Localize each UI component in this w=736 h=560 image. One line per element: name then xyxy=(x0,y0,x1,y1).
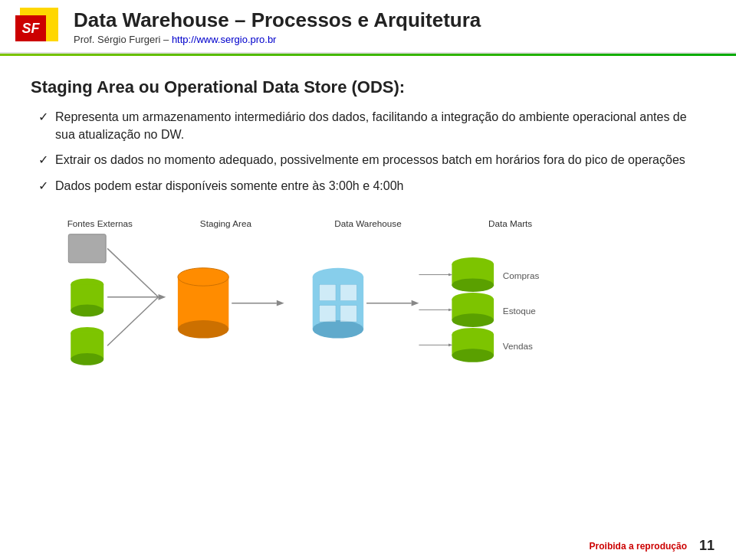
svg-point-36 xyxy=(452,313,494,327)
svg-text:Compras: Compras xyxy=(503,270,540,280)
footer: Proibida a reprodução 11 xyxy=(590,538,715,554)
svg-marker-14 xyxy=(159,294,166,300)
svg-point-32 xyxy=(452,278,494,292)
svg-point-10 xyxy=(71,353,104,365)
page-title: Data Warehouse – Processos e Arquitetura xyxy=(74,8,481,32)
copyright-text: Proibida a reprodução xyxy=(590,541,687,552)
svg-line-13 xyxy=(107,297,158,345)
subtitle: Prof. Sérgio Furgeri – http://www.sergio… xyxy=(74,34,481,45)
list-item: Extrair os dados no momento adequado, po… xyxy=(38,151,705,169)
svg-text:Staging Area: Staging Area xyxy=(200,218,252,228)
svg-text:Data Warehouse: Data Warehouse xyxy=(334,218,402,228)
header-titles: Data Warehouse – Processos e Arquitetura… xyxy=(74,8,481,45)
section-title: Staging Area ou Operational Data Store (… xyxy=(31,77,705,97)
subtitle-text: Prof. Sérgio Furgeri – xyxy=(74,34,172,45)
svg-text:Vendas: Vendas xyxy=(503,341,533,351)
bullet-list: Representa um armazenamento intermediári… xyxy=(38,108,705,195)
svg-text:Data Marts: Data Marts xyxy=(488,218,532,228)
svg-text:Estoque: Estoque xyxy=(503,306,536,316)
svg-marker-20 xyxy=(277,300,284,306)
logo-red-bg: SF xyxy=(15,15,46,41)
svg-rect-25 xyxy=(340,284,356,300)
svg-point-7 xyxy=(71,304,104,316)
main-content: Staging Area ou Operational Data Store (… xyxy=(0,56,736,380)
svg-marker-29 xyxy=(412,300,419,306)
logo-sf: SF xyxy=(15,8,58,46)
logo-container: SF xyxy=(15,8,58,46)
svg-text:Fontes Externas: Fontes Externas xyxy=(67,218,133,228)
subtitle-link[interactable]: http://www.sergio.pro.br xyxy=(172,34,277,45)
svg-point-23 xyxy=(313,320,363,338)
header: SF Data Warehouse – Processos e Arquitet… xyxy=(0,0,736,54)
svg-rect-24 xyxy=(320,284,336,300)
svg-rect-27 xyxy=(340,305,356,321)
logo-sf-text: SF xyxy=(21,21,39,37)
list-item: Representa um armazenamento intermediári… xyxy=(38,108,705,143)
svg-point-40 xyxy=(452,349,494,362)
svg-rect-4 xyxy=(68,234,106,263)
svg-point-17 xyxy=(178,320,228,338)
diagram-area: Fontes Externas Staging Area Data Wareho… xyxy=(31,211,705,372)
list-item: Dados podem estar disponíveis somente en… xyxy=(38,177,705,195)
page-number: 11 xyxy=(699,538,715,554)
svg-line-11 xyxy=(107,248,158,296)
svg-rect-26 xyxy=(320,305,336,321)
architecture-diagram: Fontes Externas Staging Area Data Wareho… xyxy=(46,211,690,372)
